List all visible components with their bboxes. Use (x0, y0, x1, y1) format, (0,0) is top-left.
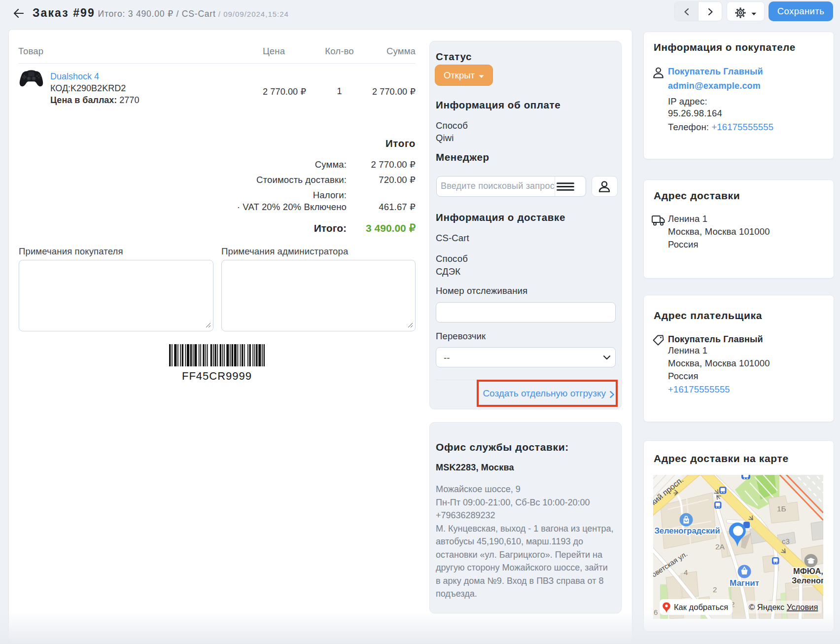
svg-text:4: 4 (684, 568, 688, 576)
svg-text:Магнит: Магнит (730, 578, 759, 588)
svg-text:1Б: 1Б (777, 504, 786, 513)
svg-text:6: 6 (654, 608, 658, 616)
svg-text:2: 2 (713, 585, 717, 594)
svg-text:МФЮА, У: МФЮА, У (793, 567, 823, 575)
svg-text:Как добраться: Как добраться (674, 603, 728, 611)
svg-text:Зеленогр: Зеленогр (792, 576, 823, 585)
svg-text:2А: 2А (715, 542, 725, 551)
svg-text:с3: с3 (782, 537, 790, 545)
svg-text:Зеленоградский: Зеленоградский (654, 526, 720, 535)
svg-text:© Яндекс Условия: © Яндекс Условия (749, 603, 818, 611)
